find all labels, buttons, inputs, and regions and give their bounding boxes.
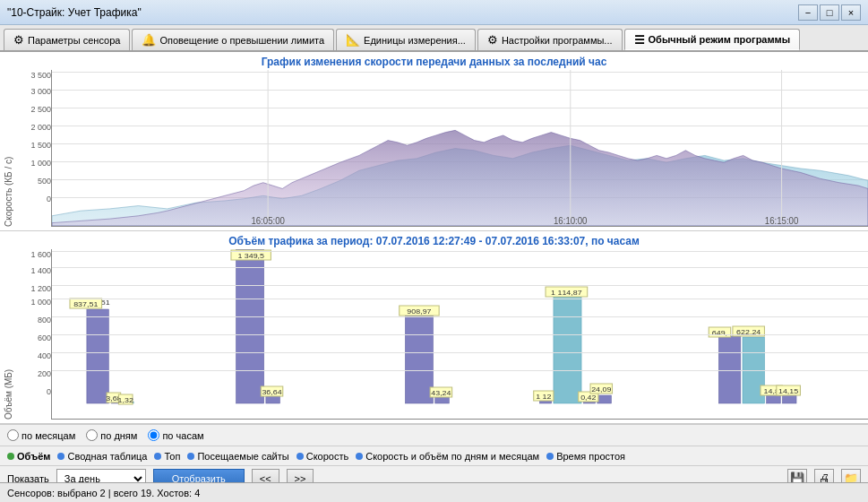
window-controls: − □ × bbox=[798, 4, 861, 21]
y-tick-b-800: 800 bbox=[20, 316, 51, 325]
svg-text:837,51: 837,51 bbox=[73, 299, 98, 307]
speed-label: Скорость bbox=[306, 451, 349, 462]
radio-days-label: по дням bbox=[100, 430, 137, 441]
display-button[interactable]: Отобразить bbox=[153, 469, 245, 483]
tab-alert[interactable]: 🔔 Оповещение о превышении лимита bbox=[132, 29, 334, 50]
radio-days[interactable]: по дням bbox=[86, 429, 137, 441]
bell-icon: 🔔 bbox=[142, 33, 156, 47]
bgrid-6 bbox=[52, 334, 868, 335]
period-select[interactable]: За день За неделю За месяц bbox=[56, 469, 146, 483]
tab-settings[interactable]: ⚙ Настройки программы... bbox=[477, 29, 623, 50]
y-tick-2500: 2 500 bbox=[20, 106, 51, 114]
view-tab-summary[interactable]: Сводная таблица bbox=[57, 451, 147, 462]
svg-rect-27 bbox=[405, 314, 433, 403]
bottom-bar: Показать За день За неделю За месяц Отоб… bbox=[0, 465, 868, 482]
radio-months-label: по месяцам bbox=[21, 430, 75, 441]
speed-volume-label: Скорость и объём по дням и месяцам bbox=[365, 451, 539, 462]
next-button[interactable]: >> bbox=[287, 469, 314, 483]
view-tab-speed-volume[interactable]: Скорость и объём по дням и месяцам bbox=[356, 451, 539, 462]
view-tab-sites[interactable]: Посещаемые сайты bbox=[187, 451, 288, 462]
status-bar: Сенсоров: выбрано 2 | всего 19. Хостов: … bbox=[0, 482, 868, 502]
close-button[interactable]: × bbox=[841, 4, 861, 21]
bgrid-2 bbox=[52, 267, 868, 268]
sites-label: Посещаемые сайты bbox=[197, 451, 288, 462]
save-icon-button[interactable]: 💾 bbox=[787, 469, 807, 483]
svg-text:43,24: 43,24 bbox=[431, 388, 451, 396]
settings-icon: ⚙ bbox=[487, 33, 498, 47]
svg-text:14,15: 14,15 bbox=[778, 386, 799, 394]
svg-text:36,64: 36,64 bbox=[262, 387, 282, 395]
svg-rect-37 bbox=[597, 395, 612, 403]
bar-chart-svg: 837,51 837,51 3,68 1,32 12 час. bbox=[52, 249, 868, 406]
bottom-chart-y-ticks: 1 600 1 400 1 200 1 000 800 600 400 200 … bbox=[17, 249, 51, 420]
radio-months[interactable]: по месяцам bbox=[7, 429, 75, 441]
radio-hours[interactable]: по часам bbox=[148, 429, 203, 441]
line-chart-svg: 16:05:00 16:10:00 16:15:00 bbox=[52, 70, 868, 226]
svg-rect-8 bbox=[87, 309, 108, 403]
view-tab-top[interactable]: Топ bbox=[154, 451, 180, 462]
tab-normal-mode-label: Обычный режим программы bbox=[649, 34, 791, 45]
radio-hours-input[interactable] bbox=[148, 429, 159, 441]
tab-units-label: Единицы измерения... bbox=[364, 35, 466, 46]
y-tick-1500: 1 500 bbox=[20, 142, 51, 150]
svg-text:0,42: 0,42 bbox=[580, 393, 597, 401]
main-content: График изменения скорости передачи данны… bbox=[0, 52, 868, 482]
top-chart-section: График изменения скорости передачи данны… bbox=[0, 52, 868, 231]
title-bar: "10-Страйк: Учет Трафика" − □ × bbox=[0, 0, 868, 25]
radio-hours-label: по часам bbox=[162, 430, 203, 441]
speed-dot bbox=[296, 453, 304, 460]
prev-button[interactable]: << bbox=[252, 469, 279, 483]
tab-normal-mode[interactable]: ☰ Обычный режим программы bbox=[624, 29, 801, 50]
svg-text:1,32: 1,32 bbox=[118, 395, 134, 403]
gear-icon: ⚙ bbox=[13, 33, 24, 47]
svg-text:24,09: 24,09 bbox=[591, 385, 612, 393]
y-tick-b-200: 200 bbox=[20, 370, 51, 378]
print-icon-button[interactable]: 🖨 bbox=[814, 469, 834, 483]
top-chart-canvas: 16:05:00 16:10:00 16:15:00 bbox=[51, 70, 868, 227]
y-tick-b-1600: 1 600 bbox=[20, 251, 51, 259]
speed-volume-dot bbox=[356, 453, 363, 460]
y-tick-3500: 3 500 bbox=[20, 72, 51, 80]
top-chart-y-ticks: 3 500 3 000 2 500 2 000 1 500 1 000 500 … bbox=[17, 70, 51, 227]
volume-dot bbox=[7, 453, 14, 460]
folder-icon-button[interactable]: 📁 bbox=[841, 469, 861, 483]
svg-rect-35 bbox=[554, 296, 581, 403]
y-tick-b-1400: 1 400 bbox=[20, 267, 51, 275]
svg-marker-1 bbox=[52, 130, 868, 226]
bgrid-1 bbox=[52, 251, 868, 252]
bottom-chart-title: Объём трафика за период: 07.07.2016 12:2… bbox=[0, 231, 868, 249]
minimize-button[interactable]: − bbox=[798, 4, 818, 21]
bottom-chart-section: Объём трафика за период: 07.07.2016 12:2… bbox=[0, 231, 868, 424]
save-icon: 💾 bbox=[790, 472, 804, 482]
idle-dot bbox=[546, 453, 554, 460]
y-tick-b-1200: 1 200 bbox=[20, 285, 51, 293]
svg-rect-19 bbox=[236, 256, 264, 403]
svg-text:1 12: 1 12 bbox=[536, 392, 552, 400]
top-chart-area: Скорость (КБ / с) 3 500 3 000 2 500 2 00… bbox=[0, 70, 868, 227]
y-tick-1000: 1 000 bbox=[20, 160, 51, 168]
view-tabs-row: Объём Сводная таблица Топ Посещаемые сай… bbox=[0, 446, 868, 465]
tab-units[interactable]: 📐 Единицы измерения... bbox=[336, 29, 476, 50]
radio-months-input[interactable] bbox=[7, 429, 19, 441]
show-label: Показать bbox=[7, 473, 49, 483]
idle-label: Время простоя bbox=[556, 451, 625, 462]
maximize-button[interactable]: □ bbox=[820, 4, 839, 21]
bgrid-4 bbox=[52, 299, 868, 299]
view-tab-speed[interactable]: Скорость bbox=[296, 451, 349, 462]
summary-label: Сводная таблица bbox=[67, 451, 147, 462]
view-tab-volume[interactable]: Объём bbox=[7, 451, 50, 462]
y-tick-0: 0 bbox=[20, 195, 51, 203]
bgrid-3 bbox=[52, 285, 868, 286]
radio-days-input[interactable] bbox=[86, 429, 98, 441]
svg-text:1 114,87: 1 114,87 bbox=[551, 288, 582, 296]
view-tab-idle[interactable]: Время простоя bbox=[546, 451, 625, 462]
y-tick-b-1000: 1 000 bbox=[20, 299, 51, 307]
y-tick-2000: 2 000 bbox=[20, 124, 51, 132]
tab-sensor-params[interactable]: ⚙ Параметры сенсора bbox=[4, 29, 130, 50]
volume-label: Объём bbox=[17, 451, 50, 462]
y-tick-b-400: 400 bbox=[20, 352, 51, 360]
top-chart-y-label: Скорость (КБ / с) bbox=[0, 70, 17, 227]
svg-text:1 349,5: 1 349,5 bbox=[237, 251, 264, 259]
y-tick-3000: 3 000 bbox=[20, 88, 51, 96]
ruler-icon: 📐 bbox=[346, 33, 360, 47]
